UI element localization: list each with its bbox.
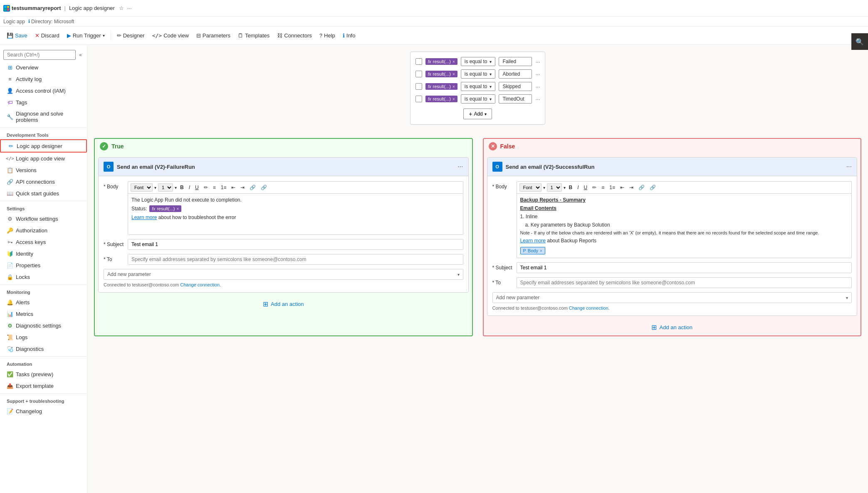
condition-val-skipped[interactable]: Skipped: [499, 82, 532, 91]
font-size-true[interactable]: 12: [158, 183, 173, 192]
email-card-success-dots[interactable]: ···: [846, 163, 852, 170]
sidebar-item-versions[interactable]: 📋 Versions: [0, 164, 87, 176]
sidebar-item-api-connections[interactable]: 🔗 API connections: [0, 176, 87, 187]
learn-more-link-false[interactable]: Learn more: [520, 238, 546, 244]
sidebar-item-diagnostics[interactable]: 🩺 Diagnostics: [0, 343, 87, 355]
change-connection-link-false[interactable]: Change connection.: [569, 306, 610, 311]
condition-checkbox-2[interactable]: [415, 71, 422, 77]
code-view-button[interactable]: </> Code view: [149, 31, 192, 40]
add-param-true[interactable]: Add new parameter ▾: [104, 269, 463, 280]
sidebar-item-metrics[interactable]: 📊 Metrics: [0, 308, 87, 320]
result-tag-status-close[interactable]: ×: [177, 207, 179, 211]
underline-btn-true[interactable]: U: [193, 184, 200, 191]
body-textarea-false[interactable]: Backup Reports - Summary Email Contents …: [517, 193, 852, 258]
email-card-success-header[interactable]: O Send an email (V2)-SuccessfulRun ···: [487, 158, 857, 176]
sidebar-item-locks[interactable]: 🔒 Locks: [0, 271, 87, 283]
sidebar-item-export-template[interactable]: 📤 Export template: [0, 380, 87, 392]
bold-btn-false[interactable]: B: [567, 184, 574, 191]
sidebar-item-properties[interactable]: 📄 Properties: [0, 259, 87, 271]
numbered-list-btn-true[interactable]: 1≡: [219, 184, 228, 191]
sidebar-item-identity[interactable]: 🔰 Identity: [0, 248, 87, 259]
condition-dots-4[interactable]: ···: [535, 96, 540, 102]
sidebar-item-logs[interactable]: 📜 Logs: [0, 331, 87, 343]
link-btn-false[interactable]: 🔗: [637, 184, 646, 191]
sidebar-item-tags[interactable]: 🏷 Tags: [0, 96, 87, 108]
bullet-list-btn-false[interactable]: ≡: [600, 184, 606, 191]
condition-checkbox-4[interactable]: [415, 96, 422, 102]
bold-btn-true[interactable]: B: [178, 184, 185, 191]
to-input-false[interactable]: [517, 277, 852, 288]
sidebar-item-workflow-settings[interactable]: ⚙ Workflow settings: [0, 213, 87, 224]
italic-btn-true[interactable]: I: [187, 184, 192, 191]
sidebar-item-authorization[interactable]: 🔑 Authorization: [0, 224, 87, 236]
add-condition-button[interactable]: + Add ▾: [463, 108, 492, 119]
change-connection-link-true[interactable]: Change connection.: [180, 282, 221, 287]
sidebar-item-changelog[interactable]: 📝 Changelog: [0, 405, 87, 417]
increase-indent-btn-false[interactable]: ⇥: [628, 184, 635, 191]
designer-button[interactable]: ✏ Designer: [114, 31, 148, 40]
increase-indent-btn-true[interactable]: ⇥: [239, 184, 246, 191]
sidebar-item-activity-log[interactable]: ≡ Activity log: [0, 73, 87, 85]
body-textarea-true[interactable]: The Logic App Run did not execute to com…: [128, 193, 463, 235]
discard-button[interactable]: ✕ Discard: [32, 31, 63, 40]
learn-more-link-true[interactable]: Learn more: [131, 214, 157, 220]
favorite-icon[interactable]: ☆: [119, 5, 124, 11]
bullet-list-btn-true[interactable]: ≡: [211, 184, 218, 191]
condition-val-aborted[interactable]: Aborted: [499, 69, 532, 79]
subject-input-true[interactable]: [128, 239, 463, 250]
link2-btn-false[interactable]: 🔗: [648, 184, 658, 191]
font-select-false[interactable]: Font: [519, 183, 542, 192]
underline-btn-false[interactable]: U: [582, 184, 589, 191]
parameters-button[interactable]: ⊟ Parameters: [193, 31, 234, 40]
condition-dots-1[interactable]: ···: [535, 59, 540, 65]
subject-input-false[interactable]: [517, 262, 852, 273]
add-action-false[interactable]: ⊞ Add an action: [484, 319, 861, 335]
condition-dots-2[interactable]: ···: [535, 71, 540, 77]
help-button[interactable]: ? Help: [316, 31, 339, 40]
pencil-btn-false[interactable]: ✏: [591, 184, 598, 191]
pencil-btn-true[interactable]: ✏: [202, 184, 210, 191]
connectors-button[interactable]: ⛓ Connectors: [274, 31, 315, 40]
sidebar-item-quick-start[interactable]: 📖 Quick start guides: [0, 187, 87, 199]
numbered-list-btn-false[interactable]: 1≡: [608, 184, 617, 191]
templates-button[interactable]: 🗒 Templates: [235, 31, 273, 40]
condition-checkbox-1[interactable]: [415, 58, 422, 65]
condition-op-1[interactable]: is equal to ▾: [461, 57, 496, 66]
decrease-indent-btn-false[interactable]: ⇤: [618, 184, 626, 191]
sidebar-item-diagnostic-settings[interactable]: ⚙ Diagnostic settings: [0, 320, 87, 331]
add-param-false[interactable]: Add new parameter ▾: [492, 292, 852, 303]
sidebar-item-diagnose[interactable]: 🔧 Diagnose and solve problems: [0, 108, 87, 126]
link2-btn-true[interactable]: 🔗: [259, 184, 269, 191]
font-select-true[interactable]: Font: [131, 183, 153, 192]
sidebar-item-tasks[interactable]: ✅ Tasks (preview): [0, 368, 87, 380]
decrease-indent-btn-true[interactable]: ⇤: [230, 184, 237, 191]
search-input[interactable]: [3, 50, 76, 60]
condition-val-failed[interactable]: Failed: [499, 57, 532, 66]
result-tag-close-3[interactable]: ×: [453, 84, 455, 89]
result-tag-close-4[interactable]: ×: [453, 97, 455, 101]
sidebar-item-alerts[interactable]: 🔔 Alerts: [0, 296, 87, 308]
sidebar-collapse-button[interactable]: «: [77, 50, 84, 59]
sidebar-item-logic-app-designer[interactable]: ✏ Logic app designer: [0, 139, 87, 153]
sidebar-item-code-view[interactable]: </> Logic app code view: [0, 153, 87, 164]
result-tag-close-1[interactable]: ×: [453, 59, 455, 64]
condition-checkbox-3[interactable]: [415, 83, 422, 90]
condition-op-3[interactable]: is equal to ▾: [461, 82, 496, 91]
more-icon[interactable]: ···: [127, 5, 132, 11]
italic-btn-false[interactable]: I: [576, 184, 580, 191]
right-search-button[interactable]: 🔍: [851, 45, 868, 50]
email-card-failure-header[interactable]: O Send an email (V2)-FailureRun ···: [99, 158, 468, 176]
condition-op-2[interactable]: is equal to ▾: [461, 69, 496, 79]
condition-op-4[interactable]: is equal to ▾: [461, 94, 496, 104]
sidebar-item-access-control[interactable]: 👤 Access control (IAM): [0, 85, 87, 96]
info-button[interactable]: ℹ Info: [339, 31, 359, 40]
sidebar-item-access-keys[interactable]: 🗝 Access keys: [0, 236, 87, 248]
condition-val-timedout[interactable]: TimedOut: [499, 94, 532, 104]
condition-dots-3[interactable]: ···: [535, 84, 540, 90]
sidebar-item-overview[interactable]: ⊞ Overview: [0, 62, 87, 73]
link-btn-true[interactable]: 🔗: [248, 184, 257, 191]
body-tag-close[interactable]: ×: [540, 249, 542, 253]
font-size-false[interactable]: 12: [547, 183, 562, 192]
to-input-true[interactable]: [128, 254, 463, 265]
run-trigger-button[interactable]: ▶ Run Trigger ▾: [64, 31, 108, 40]
